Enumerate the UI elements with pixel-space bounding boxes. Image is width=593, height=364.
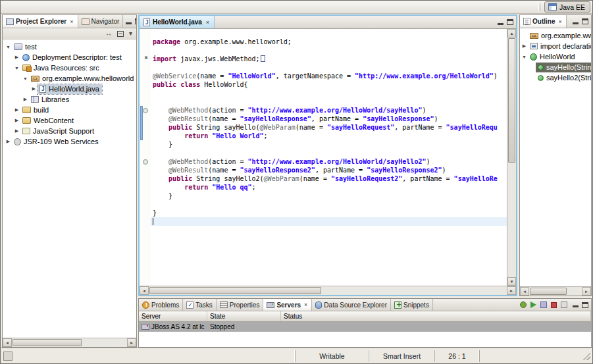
scroll-up-icon[interactable]: ▴ (507, 29, 516, 38)
code-line[interactable] (151, 29, 507, 38)
code-line[interactable] (151, 149, 507, 157)
code-line[interactable]: return "Hello World"; (151, 132, 507, 140)
code-line[interactable] (151, 226, 507, 234)
horizontal-scrollbar[interactable]: ◂ ▸ (3, 338, 136, 347)
maximize-icon[interactable] (582, 18, 588, 24)
stop-icon[interactable] (551, 302, 557, 308)
scroll-right-icon[interactable]: ▸ (127, 338, 136, 347)
tab-navigator[interactable]: Navigator (78, 15, 124, 28)
scroll-left-icon[interactable]: ◂ (3, 338, 12, 347)
code-line[interactable] (151, 200, 507, 209)
tree-item-deployment-descriptor-test[interactable]: ▶Deployment Descriptor: test (3, 52, 136, 63)
code-line[interactable]: public class HelloWorld{ (151, 80, 507, 89)
column-header-state[interactable]: State (207, 311, 281, 321)
tab-project-explorer[interactable]: Project Explorer × (3, 15, 78, 28)
scroll-right-icon[interactable]: ▸ (507, 286, 516, 295)
code-line[interactable]: @WebService(name = "HelloWorld", targetN… (151, 72, 507, 80)
tab-properties[interactable]: Properties (217, 299, 264, 311)
scrollbar-thumb[interactable] (508, 38, 515, 163)
start-icon[interactable] (530, 301, 536, 308)
code-line[interactable]: @WebMethod(action = "http://www.example.… (151, 157, 507, 166)
code-line[interactable]: } (151, 209, 507, 217)
tab-helloworld-java[interactable]: HelloWorld.java × (140, 16, 215, 28)
scroll-down-icon[interactable]: ▾ (507, 277, 516, 286)
view-menu-icon[interactable]: ▾ (129, 30, 132, 37)
scroll-right-icon[interactable]: ▸ (582, 287, 591, 296)
webservice-marker-icon[interactable] (143, 159, 148, 165)
scrollbar-track[interactable] (12, 338, 127, 347)
expander-icon[interactable]: ▶ (13, 55, 20, 60)
minimize-icon[interactable] (498, 20, 503, 25)
outline-item-import-declarations[interactable]: ▶import declarations (520, 41, 591, 51)
expander-icon[interactable]: ▼ (5, 45, 12, 49)
scrollbar-thumb[interactable] (149, 287, 321, 294)
minimize-icon[interactable] (126, 19, 132, 24)
tree-item-libraries[interactable]: ▶Libraries (3, 94, 136, 105)
code-line[interactable] (151, 89, 507, 97)
tab-tasks[interactable]: Tasks (183, 299, 217, 311)
tab-outline[interactable]: Outline × (520, 15, 567, 28)
code-line[interactable]: } (151, 140, 507, 149)
expander-icon[interactable]: ▶ (13, 128, 20, 134)
tree-item-test[interactable]: ▼test (3, 41, 136, 52)
tree-item-jsr-109-web-services[interactable]: ▶JSR-109 Web Services (3, 136, 136, 147)
server-row[interactable]: JBoss AS 4.2 at lcStopped (139, 322, 591, 332)
close-icon[interactable]: × (205, 19, 210, 26)
toolbar-grip[interactable] (538, 3, 540, 11)
maximize-icon[interactable] (582, 302, 588, 308)
code-line[interactable]: @WebResult(name = "sayHelloResponse", pa… (151, 115, 507, 123)
code-line[interactable] (151, 46, 507, 55)
code-line[interactable]: public String sayHello2(@WebParam(name =… (151, 174, 507, 183)
expander-icon[interactable]: ▼ (521, 55, 528, 59)
scrollbar-track[interactable] (149, 286, 507, 295)
minimize-icon[interactable] (573, 302, 579, 307)
expander-icon[interactable]: ▼ (13, 66, 20, 70)
close-icon[interactable]: × (303, 301, 308, 308)
expander-icon[interactable]: ▶ (521, 43, 528, 49)
outline-item-sayhello-string[interactable]: sayHello(String (520, 62, 591, 72)
expander-icon[interactable]: ▶ (5, 139, 12, 144)
link-with-editor-icon[interactable]: ↔ (105, 30, 112, 37)
close-icon[interactable]: × (69, 18, 74, 25)
tab-data-source-explorer[interactable]: Data Source Explorer (312, 299, 391, 311)
code-line[interactable]: public String sayHello(@WebParam(name = … (151, 123, 507, 132)
code-line[interactable]: @WebResult(name = "sayHelloResponse2", p… (151, 166, 507, 174)
outline-item-helloworld[interactable]: ▼HelloWorld (520, 51, 591, 62)
tree-item-helloworld-java[interactable]: ▶HelloWorld.java (3, 84, 136, 94)
code-line[interactable]: return "Hello qq"; (151, 183, 507, 192)
code-line[interactable] (151, 63, 507, 72)
code-line[interactable]: } (151, 192, 507, 200)
code-line[interactable] (151, 217, 507, 226)
perspective-java-ee-button[interactable]: Java EE (544, 1, 590, 13)
expander-icon[interactable]: ▶ (13, 118, 20, 123)
tree-item-java-resources-src[interactable]: ▼Java Resources: src (3, 63, 136, 73)
code-line[interactable]: @WebMethod(action = "http://www.example.… (151, 106, 507, 115)
column-header-server[interactable]: Server (139, 311, 207, 321)
scrollbar-thumb[interactable] (530, 288, 567, 295)
scrollbar-thumb[interactable] (13, 339, 82, 346)
profile-icon[interactable] (540, 301, 547, 308)
horizontal-scrollbar[interactable]: ◂ ▸ (520, 286, 591, 296)
expander-icon[interactable]: ▶ (22, 97, 29, 102)
expander-icon[interactable]: ▼ (22, 76, 29, 81)
horizontal-scrollbar[interactable]: ◂ ▸ (140, 286, 516, 295)
tree-item-webcontent[interactable]: ▶WebContent (3, 115, 136, 126)
outline-item-sayhello2-string[interactable]: sayHello2(String (520, 72, 591, 83)
scrollbar-track[interactable] (529, 287, 582, 296)
column-header-status[interactable]: Status (281, 311, 591, 321)
tab-problems[interactable]: Problems (139, 299, 183, 311)
scrollbar-track[interactable] (507, 38, 516, 277)
publish-icon[interactable] (561, 301, 567, 308)
webservice-marker-icon[interactable] (143, 108, 148, 113)
code-line[interactable] (151, 97, 507, 106)
maximize-icon[interactable] (507, 19, 513, 25)
tree-item-javascript-support[interactable]: ▶JavaScript Support (3, 126, 136, 136)
code-line[interactable]: package org.example.www.helloworld; (151, 38, 507, 46)
expander-icon[interactable]: ▶ (30, 86, 38, 91)
code-editor[interactable]: package org.example.www.helloworld; impo… (151, 29, 507, 286)
expander-icon[interactable]: ▶ (13, 107, 20, 113)
code-line[interactable]: import javax.jws.WebMethod; (151, 55, 507, 63)
tree-item-build[interactable]: ▶build (3, 105, 136, 115)
trim-icon[interactable] (3, 351, 13, 361)
tab-servers[interactable]: Servers× (263, 299, 312, 311)
